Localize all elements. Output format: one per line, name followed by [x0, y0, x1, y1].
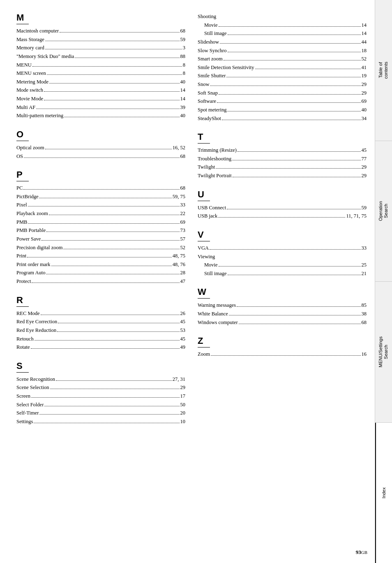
- list-item: Twilight 29: [198, 163, 367, 171]
- entry-page: 29: [362, 171, 367, 180]
- list-item: Scene Recognition 27, 31: [16, 375, 185, 384]
- entry-label: Trimming (Resize): [198, 146, 237, 155]
- entry-page: 68: [180, 184, 186, 192]
- entry-label: USB Connect: [198, 204, 226, 212]
- section-letter-r: R: [16, 295, 29, 307]
- entry-page: 17: [180, 392, 186, 401]
- list-item: Scene Selection 29: [16, 383, 185, 392]
- entry-label: Soft Snap: [198, 89, 218, 97]
- list-item: Troubleshooting 77: [198, 155, 367, 163]
- list-item: Print order mark 48, 76: [16, 260, 185, 269]
- section-u: U USB Connect 59 USB jack 11, 71, 75: [198, 189, 367, 220]
- list-item: Power Save 57: [16, 235, 185, 243]
- entry-label: MENU: [16, 61, 32, 70]
- list-item: Slow Synchro 18: [198, 46, 367, 55]
- tab-label: MENU/Settings Search: [378, 336, 389, 367]
- entry-label: Self-Timer: [16, 409, 39, 417]
- entry-page: 8: [183, 61, 185, 70]
- entry-page: 45: [180, 317, 186, 326]
- list-item: PMB 69: [16, 218, 185, 227]
- entry-page: 52: [362, 55, 367, 63]
- list-item: Program Auto 28: [16, 269, 185, 277]
- entry-page: 68: [362, 318, 367, 327]
- entry-page: 8: [183, 69, 185, 78]
- entry-dots: [56, 380, 172, 381]
- list-item: MENU screen 8: [16, 69, 185, 78]
- entry-dots: [32, 66, 182, 67]
- list-item: Spot metering 40: [198, 106, 367, 114]
- entry-dots: [39, 414, 179, 415]
- entry-dots: [210, 86, 360, 86]
- entry-label: Multi-pattern metering: [16, 111, 63, 120]
- entry-page: 48, 76: [173, 260, 185, 269]
- entry-label: Pixel: [16, 201, 27, 209]
- entry-label: Rotate: [16, 343, 30, 352]
- entry-page: 40: [180, 78, 186, 86]
- left-column: M Macintosh computer 68 Mass Storage 59 …: [16, 12, 185, 551]
- section-letter-t: T: [198, 132, 210, 144]
- entry-dots: [31, 348, 180, 349]
- entry-page: 27, 31: [173, 375, 185, 384]
- entry-label: Red Eye Reduction: [16, 326, 56, 335]
- tab-operation-search[interactable]: Operation Search: [375, 141, 392, 282]
- list-item: Red Eye Correction 45: [16, 317, 185, 326]
- entry-page: 52: [180, 243, 186, 252]
- list-item: PC 68: [16, 184, 185, 192]
- section-letter-m: M: [16, 12, 29, 24]
- tab-table-of-contents[interactable]: Table of contents: [375, 0, 392, 141]
- tab-index[interactable]: Index: [375, 423, 392, 563]
- section-shooting: Shooting Movie 14 Still image 14 Slidesh…: [198, 12, 367, 123]
- entry-label: Snow: [198, 80, 209, 89]
- section-letter-p: P: [16, 169, 29, 181]
- list-item: Print 48, 75: [16, 252, 185, 260]
- list-item: Precision digital zoom 52: [16, 243, 185, 252]
- entry-page: 28: [180, 269, 186, 277]
- entry-dots: [255, 69, 361, 69]
- section-s-entries: Scene Recognition 27, 31 Scene Selection…: [16, 375, 185, 426]
- list-item: Optical zoom 16, 52: [16, 144, 185, 152]
- page-container: M Macintosh computer 68 Mass Storage 59 …: [0, 0, 392, 563]
- entry-label: "Memory Stick Duo" media: [16, 52, 74, 61]
- entry-label: Protect: [16, 277, 31, 286]
- entry-label: OS: [16, 152, 23, 161]
- entry-label: Twilight: [198, 163, 215, 171]
- entry-dots: [233, 177, 361, 177]
- list-item: Smart zoom 52: [198, 55, 367, 63]
- entry-dots: [237, 306, 360, 307]
- entry-label: Retouch: [16, 335, 34, 343]
- entry-page: 69: [362, 97, 367, 106]
- entry-label: Macintosh computer: [16, 27, 59, 35]
- entry-page: 39: [180, 103, 186, 112]
- entry-dots: [24, 158, 180, 158]
- tab-label: Index: [381, 487, 387, 498]
- tab-menu-settings-search[interactable]: MENU/Settings Search: [375, 282, 392, 423]
- section-z: Z Zoom 16: [198, 336, 367, 359]
- list-item: Multi-pattern metering 40: [16, 111, 185, 120]
- entry-page: 22: [180, 209, 186, 218]
- entry-page: 85: [362, 301, 367, 310]
- entry-page: 34: [362, 114, 367, 123]
- section-o: O Optical zoom 16, 52 OS 68: [16, 129, 185, 160]
- list-item: Slideshow 44: [198, 38, 367, 46]
- main-content: M Macintosh computer 68 Mass Storage 59 …: [0, 0, 375, 563]
- entry-label: Mode switch: [16, 86, 43, 95]
- entry-label: Optical zoom: [16, 144, 44, 152]
- entry-page: 48, 75: [173, 252, 185, 260]
- entry-dots: [60, 32, 179, 32]
- entry-page: 73: [180, 226, 186, 235]
- entry-page: 68: [180, 152, 186, 161]
- entry-label: USB jack: [198, 212, 217, 220]
- entry-page: 45: [180, 335, 186, 343]
- list-item: Metering Mode 40: [16, 78, 185, 86]
- list-item: Soft Snap 29: [198, 89, 367, 97]
- entry-label: Software: [198, 97, 216, 106]
- list-item: MENU 8: [16, 61, 185, 70]
- entry-label: PC: [16, 184, 23, 192]
- section-t: T Trimming (Resize) 45 Troubleshooting 7…: [198, 132, 367, 180]
- tab-label: Table of contents: [378, 62, 389, 79]
- list-item: "Memory Stick Duo" media 88: [16, 52, 185, 61]
- list-item: Smile Detection Sensitivity 41: [198, 63, 367, 72]
- entry-dots: [46, 274, 179, 274]
- entry-page: 77: [362, 155, 367, 163]
- entry-label: Print: [16, 252, 26, 260]
